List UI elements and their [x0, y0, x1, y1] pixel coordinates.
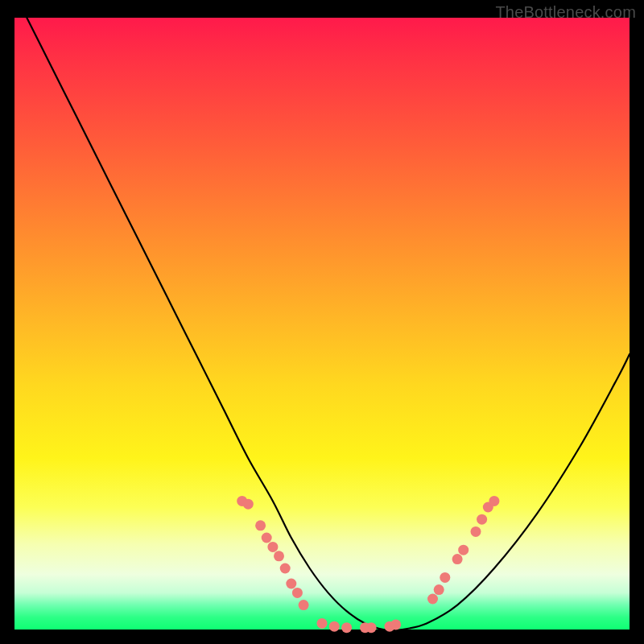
highlight-dot [458, 545, 469, 555]
highlight-dots [237, 496, 499, 633]
highlight-dot [489, 496, 499, 506]
highlight-dot [317, 618, 328, 629]
highlight-dot [434, 584, 444, 595]
highlight-dot [366, 622, 377, 633]
chart-frame: TheBottleneck.com [0, 0, 644, 644]
highlight-dot [286, 579, 296, 589]
highlight-dot [440, 572, 450, 583]
highlight-dot [274, 551, 284, 561]
watermark-text: TheBottleneck.com [495, 3, 636, 22]
highlight-dot [329, 621, 340, 632]
curve-svg [14, 18, 630, 630]
plot-area [14, 18, 630, 630]
highlight-dot [299, 600, 309, 610]
highlight-dot [427, 594, 438, 605]
highlight-dot [280, 564, 291, 574]
highlight-dot [267, 542, 278, 552]
bottleneck-curve [27, 18, 630, 630]
highlight-dot [255, 520, 266, 530]
highlight-dot [477, 514, 487, 525]
highlight-dot [292, 588, 303, 598]
highlight-dot [390, 619, 401, 630]
highlight-dot [243, 499, 254, 510]
highlight-dot [471, 526, 481, 537]
highlight-dot [452, 554, 463, 564]
highlight-dot [341, 622, 352, 633]
highlight-dot [262, 533, 272, 543]
